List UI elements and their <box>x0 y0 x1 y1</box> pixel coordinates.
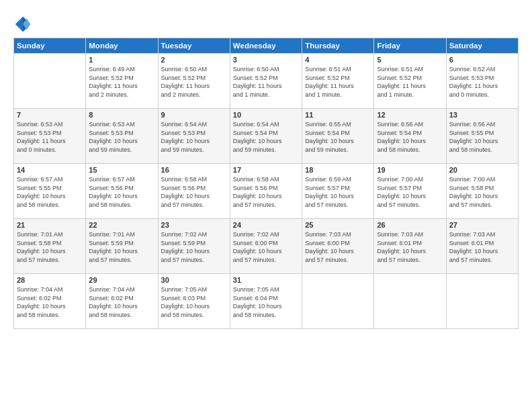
day-number: 5 <box>377 56 443 64</box>
page: SundayMondayTuesdayWednesdayThursdayFrid… <box>0 0 532 411</box>
day-info: Sunrise: 7:03 AM Sunset: 6:00 PM Dayligh… <box>305 230 371 264</box>
day-cell: 21Sunrise: 7:01 AM Sunset: 5:58 PM Dayli… <box>14 219 86 274</box>
day-number: 20 <box>449 166 515 174</box>
day-cell <box>374 274 446 329</box>
day-number: 11 <box>305 111 371 119</box>
week-row-3: 14Sunrise: 6:57 AM Sunset: 5:55 PM Dayli… <box>14 164 519 219</box>
day-number: 3 <box>233 56 299 64</box>
day-info: Sunrise: 7:01 AM Sunset: 5:58 PM Dayligh… <box>17 230 83 264</box>
day-cell: 3Sunrise: 6:50 AM Sunset: 5:52 PM Daylig… <box>230 54 302 109</box>
day-number: 19 <box>377 166 443 174</box>
day-number: 31 <box>233 276 299 284</box>
day-cell: 15Sunrise: 6:57 AM Sunset: 5:56 PM Dayli… <box>86 164 158 219</box>
day-cell: 10Sunrise: 6:54 AM Sunset: 5:54 PM Dayli… <box>230 109 302 164</box>
day-number: 18 <box>305 166 371 174</box>
day-number: 29 <box>89 276 154 284</box>
day-cell: 19Sunrise: 7:00 AM Sunset: 5:57 PM Dayli… <box>374 164 446 219</box>
day-cell: 26Sunrise: 7:03 AM Sunset: 6:01 PM Dayli… <box>374 219 446 274</box>
day-cell: 20Sunrise: 7:00 AM Sunset: 5:58 PM Dayli… <box>446 164 518 219</box>
day-info: Sunrise: 6:50 AM Sunset: 5:52 PM Dayligh… <box>233 65 299 99</box>
day-cell: 9Sunrise: 6:54 AM Sunset: 5:53 PM Daylig… <box>158 109 230 164</box>
day-cell: 7Sunrise: 6:53 AM Sunset: 5:53 PM Daylig… <box>14 109 86 164</box>
day-number: 1 <box>89 56 154 64</box>
day-cell: 18Sunrise: 6:59 AM Sunset: 5:57 PM Dayli… <box>302 164 374 219</box>
day-number: 23 <box>161 221 227 229</box>
day-info: Sunrise: 7:04 AM Sunset: 6:02 PM Dayligh… <box>89 285 154 319</box>
week-row-1: 1Sunrise: 6:49 AM Sunset: 5:52 PM Daylig… <box>14 54 519 109</box>
day-info: Sunrise: 6:51 AM Sunset: 5:52 PM Dayligh… <box>305 65 371 99</box>
col-header-monday: Monday <box>86 38 158 54</box>
header-row: SundayMondayTuesdayWednesdayThursdayFrid… <box>14 38 519 54</box>
day-info: Sunrise: 6:53 AM Sunset: 5:53 PM Dayligh… <box>17 120 83 154</box>
day-cell: 17Sunrise: 6:58 AM Sunset: 5:56 PM Dayli… <box>230 164 302 219</box>
day-cell: 13Sunrise: 6:56 AM Sunset: 5:55 PM Dayli… <box>446 109 518 164</box>
day-number: 10 <box>233 111 299 119</box>
day-info: Sunrise: 6:56 AM Sunset: 5:54 PM Dayligh… <box>377 120 443 154</box>
day-number: 28 <box>17 276 83 284</box>
day-cell: 28Sunrise: 7:04 AM Sunset: 6:02 PM Dayli… <box>14 274 86 329</box>
day-cell: 25Sunrise: 7:03 AM Sunset: 6:00 PM Dayli… <box>302 219 374 274</box>
day-number: 24 <box>233 221 299 229</box>
day-info: Sunrise: 6:57 AM Sunset: 5:56 PM Dayligh… <box>89 175 154 209</box>
logo <box>13 15 35 34</box>
day-info: Sunrise: 7:05 AM Sunset: 6:03 PM Dayligh… <box>161 285 227 319</box>
day-cell: 2Sunrise: 6:50 AM Sunset: 5:52 PM Daylig… <box>158 54 230 109</box>
day-cell: 30Sunrise: 7:05 AM Sunset: 6:03 PM Dayli… <box>158 274 230 329</box>
col-header-friday: Friday <box>374 38 446 54</box>
day-info: Sunrise: 7:05 AM Sunset: 6:04 PM Dayligh… <box>233 285 299 319</box>
day-cell: 4Sunrise: 6:51 AM Sunset: 5:52 PM Daylig… <box>302 54 374 109</box>
day-number: 4 <box>305 56 371 64</box>
day-cell: 16Sunrise: 6:58 AM Sunset: 5:56 PM Dayli… <box>158 164 230 219</box>
day-info: Sunrise: 7:00 AM Sunset: 5:57 PM Dayligh… <box>377 175 443 209</box>
day-info: Sunrise: 6:51 AM Sunset: 5:52 PM Dayligh… <box>377 65 443 99</box>
day-number: 6 <box>449 56 515 64</box>
day-number: 15 <box>89 166 154 174</box>
day-number: 17 <box>233 166 299 174</box>
col-header-sunday: Sunday <box>14 38 86 54</box>
day-cell: 14Sunrise: 6:57 AM Sunset: 5:55 PM Dayli… <box>14 164 86 219</box>
day-info: Sunrise: 7:03 AM Sunset: 6:01 PM Dayligh… <box>449 230 515 264</box>
day-number: 25 <box>305 221 371 229</box>
day-info: Sunrise: 6:52 AM Sunset: 5:53 PM Dayligh… <box>449 65 515 99</box>
day-cell: 31Sunrise: 7:05 AM Sunset: 6:04 PM Dayli… <box>230 274 302 329</box>
day-info: Sunrise: 6:58 AM Sunset: 5:56 PM Dayligh… <box>233 175 299 209</box>
day-info: Sunrise: 6:58 AM Sunset: 5:56 PM Dayligh… <box>161 175 227 209</box>
day-cell: 12Sunrise: 6:56 AM Sunset: 5:54 PM Dayli… <box>374 109 446 164</box>
day-cell: 5Sunrise: 6:51 AM Sunset: 5:52 PM Daylig… <box>374 54 446 109</box>
header <box>13 12 519 34</box>
calendar-table: SundayMondayTuesdayWednesdayThursdayFrid… <box>13 38 519 329</box>
day-cell: 22Sunrise: 7:01 AM Sunset: 5:59 PM Dayli… <box>86 219 158 274</box>
day-info: Sunrise: 6:54 AM Sunset: 5:53 PM Dayligh… <box>161 120 227 154</box>
week-row-2: 7Sunrise: 6:53 AM Sunset: 5:53 PM Daylig… <box>14 109 519 164</box>
col-header-wednesday: Wednesday <box>230 38 302 54</box>
day-info: Sunrise: 7:03 AM Sunset: 6:01 PM Dayligh… <box>377 230 443 264</box>
day-number: 9 <box>161 111 227 119</box>
day-cell: 23Sunrise: 7:02 AM Sunset: 5:59 PM Dayli… <box>158 219 230 274</box>
day-number: 16 <box>161 166 227 174</box>
day-cell <box>14 54 86 109</box>
day-number: 13 <box>449 111 515 119</box>
day-info: Sunrise: 6:59 AM Sunset: 5:57 PM Dayligh… <box>305 175 371 209</box>
day-info: Sunrise: 6:49 AM Sunset: 5:52 PM Dayligh… <box>89 65 154 99</box>
day-info: Sunrise: 6:56 AM Sunset: 5:55 PM Dayligh… <box>449 120 515 154</box>
day-info: Sunrise: 7:02 AM Sunset: 5:59 PM Dayligh… <box>161 230 227 264</box>
day-info: Sunrise: 6:55 AM Sunset: 5:54 PM Dayligh… <box>305 120 371 154</box>
day-cell: 29Sunrise: 7:04 AM Sunset: 6:02 PM Dayli… <box>86 274 158 329</box>
day-info: Sunrise: 7:04 AM Sunset: 6:02 PM Dayligh… <box>17 285 83 319</box>
day-number: 27 <box>449 221 515 229</box>
day-number: 14 <box>17 166 83 174</box>
day-info: Sunrise: 6:50 AM Sunset: 5:52 PM Dayligh… <box>161 65 227 99</box>
col-header-saturday: Saturday <box>446 38 518 54</box>
day-cell: 1Sunrise: 6:49 AM Sunset: 5:52 PM Daylig… <box>86 54 158 109</box>
day-info: Sunrise: 7:02 AM Sunset: 6:00 PM Dayligh… <box>233 230 299 264</box>
day-info: Sunrise: 6:53 AM Sunset: 5:53 PM Dayligh… <box>89 120 154 154</box>
day-number: 22 <box>89 221 154 229</box>
day-cell <box>446 274 518 329</box>
week-row-5: 28Sunrise: 7:04 AM Sunset: 6:02 PM Dayli… <box>14 274 519 329</box>
day-cell: 11Sunrise: 6:55 AM Sunset: 5:54 PM Dayli… <box>302 109 374 164</box>
col-header-thursday: Thursday <box>302 38 374 54</box>
day-number: 12 <box>377 111 443 119</box>
day-info: Sunrise: 6:54 AM Sunset: 5:54 PM Dayligh… <box>233 120 299 154</box>
day-number: 2 <box>161 56 227 64</box>
day-number: 7 <box>17 111 83 119</box>
